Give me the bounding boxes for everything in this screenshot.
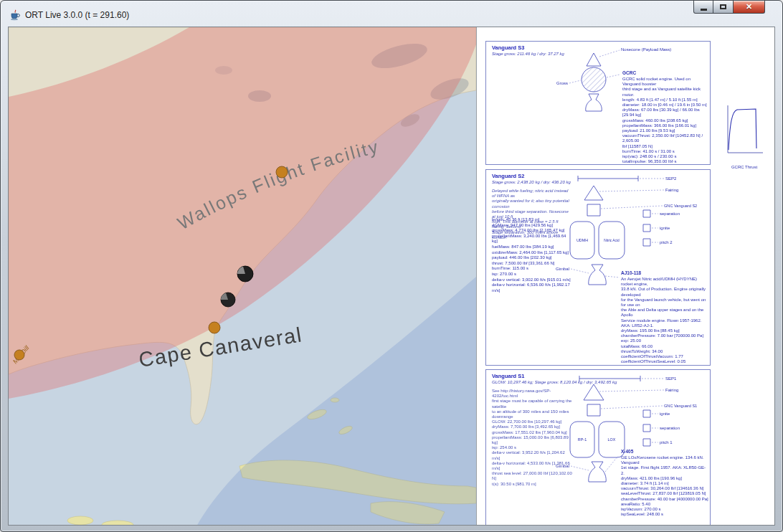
event-label-1: ignite (660, 412, 670, 416)
stage-subtitle-s1: GLOW: 10,297.46 kg; Stage gross: 8,120.0… (492, 380, 617, 384)
nosecone-label: Nosecone (Payload Mass) (621, 47, 671, 52)
solid-motor-shape (582, 67, 606, 92)
stage-card-vanguard-s1: SEP1 Fairing GNC Vanguard S1 RP-1 LOX ig… (485, 369, 711, 526)
oxidizer-tank-shape (599, 222, 625, 259)
engine-title-x405: X-405 (621, 449, 708, 454)
sep-label: SEP2 (665, 176, 677, 181)
fairing-label: Fairing (665, 388, 678, 392)
nozzle-shape (589, 462, 606, 482)
engine-lines-x405: GE LOx/Kerosene rocket engine. 134.6 kN.… (621, 455, 708, 517)
window-title: ORT Live 3.0.0 (t = 291.60) (25, 10, 129, 20)
stage-title-s2: Vanguard S2 (492, 173, 524, 179)
java-app-icon (9, 9, 21, 21)
oxidizer-tank-label: Nitric Acid (604, 239, 620, 242)
fuel-tank-label: UDMH (576, 238, 588, 242)
fuel-tank-shape (570, 222, 594, 259)
stage-span-bracket (578, 176, 638, 181)
window-content: Wallops Flight Facility Cape Canaveral M… (8, 27, 775, 526)
nozzle-shape (586, 94, 602, 111)
fairing-shape (584, 186, 603, 200)
nozzle-shape (589, 265, 606, 285)
engine-lines-gcrc: GCRC solid rocket engine. Used on Vangua… (622, 77, 707, 165)
map-marker-macdill-site[interactable] (14, 350, 24, 360)
sep-label: SEP1 (665, 376, 677, 381)
gnc-label: GNC Vanguard S1 (664, 404, 697, 408)
gnc-label: GNC Vanguard S2 (664, 204, 697, 208)
stage-notes-s1: See http://history.nasa.gov/SP-4202/toc.… (492, 389, 572, 487)
map-view[interactable]: Wallops Flight Facility Cape Canaveral M… (9, 27, 476, 525)
stage-panel: Nosecone (Payload Mass) Gross Vanguard S… (476, 27, 774, 525)
gross-label: Gross (556, 81, 568, 85)
event-label-3: pitch 1 (660, 440, 673, 445)
graph-curve (729, 109, 756, 150)
stage-card-vanguard-s2: SEP2 Fairing GNC Vanguard S2 UDMH Nitric… (485, 169, 711, 366)
window-controls: ✕ (693, 1, 765, 14)
engine-info-aj10: AJ10-118 An Aerojet Nitric acid/UDMH (HY… (621, 270, 708, 366)
fuel-tank-label: RP-1 (578, 437, 587, 442)
titlebar[interactable]: ORT Live 3.0.0 (t = 291.60) ✕ (8, 1, 775, 27)
event-box-1 (643, 210, 650, 217)
thrust-graph-label: GCRC Thrust (721, 165, 767, 169)
gnc-box-shape (587, 204, 600, 216)
engine-info-gcrc: GCRC GCRC solid rocket engine. Used on V… (622, 70, 707, 165)
event-box-3 (643, 239, 650, 246)
nosecone-shape (587, 53, 601, 66)
oxidizer-tank-label: LOX (608, 437, 616, 442)
event-label-2: ignite (660, 226, 670, 230)
engine-title-aj10: AJ10-118 (621, 270, 708, 275)
stage-title-s3: Vanguard S3 (492, 44, 524, 51)
map-marker-cape-site[interactable] (209, 322, 220, 333)
stage-title-s1: Vanguard S1 (492, 373, 524, 379)
event-label-3: pitch 2 (660, 240, 673, 244)
engine-info-x405: X-405 GE LOx/Kerosene rocket engine. 134… (621, 449, 708, 517)
map-marker-wallops-site[interactable] (276, 166, 288, 178)
maximize-button[interactable] (713, 1, 734, 14)
engine-lines-aj10: An Aerojet Nitric acid/UDMH (HYDYNE) roc… (621, 277, 708, 366)
event-box-2 (643, 424, 650, 432)
map-marker-vehicle-2[interactable] (221, 293, 235, 307)
fairing-label: Fairing (665, 188, 678, 192)
gnc-box-shape (587, 404, 600, 416)
event-label-2: separation (660, 426, 680, 430)
event-label-1: separation (660, 212, 680, 216)
graph-axes (728, 105, 763, 153)
stage-subtitle-s2: Stage gross: 2,438.20 kg / dry: 436.20 k… (492, 180, 571, 184)
close-icon: ✕ (746, 3, 752, 11)
map-canvas: Wallops Flight Facility Cape Canaveral M… (9, 27, 476, 526)
map-marker-vehicle-1[interactable] (237, 266, 253, 282)
minimize-icon (701, 9, 707, 11)
event-box-3 (643, 439, 650, 446)
stage-card-vanguard-s3: Nosecone (Payload Mass) Gross Vanguard S… (485, 41, 711, 165)
close-button[interactable]: ✕ (734, 1, 765, 14)
event-box-2 (643, 224, 650, 232)
maximize-icon (720, 4, 726, 9)
app-window: ORT Live 3.0.0 (t = 291.60) ✕ (0, 0, 783, 532)
fairing-shape (584, 384, 604, 400)
stage-stats-s2: length: 45.36 ft [13.83 m]dryMass: 947.0… (492, 217, 571, 293)
engine-title-gcrc: GCRC (622, 70, 707, 75)
thrust-graph: GCRC Thrust (721, 103, 767, 169)
minimize-button[interactable] (693, 1, 713, 14)
stage-subtitle-s3: Stage gross: 211.46 kg / dry: 37.27 kg (492, 52, 564, 56)
thrust-curve-plot (721, 103, 766, 161)
event-box-1 (643, 410, 650, 417)
fuel-tank-shape (570, 422, 594, 457)
